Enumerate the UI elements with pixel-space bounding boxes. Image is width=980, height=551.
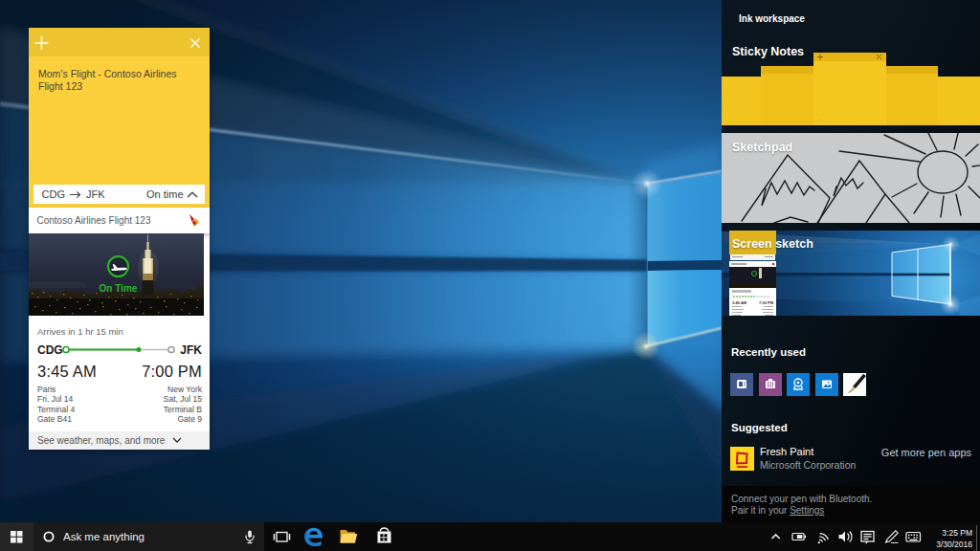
svg-text:On Time: On Time bbox=[100, 283, 138, 294]
svg-text:3:45 AM: 3:45 AM bbox=[732, 300, 747, 305]
svg-text:7:00 PM: 7:00 PM bbox=[758, 300, 773, 305]
